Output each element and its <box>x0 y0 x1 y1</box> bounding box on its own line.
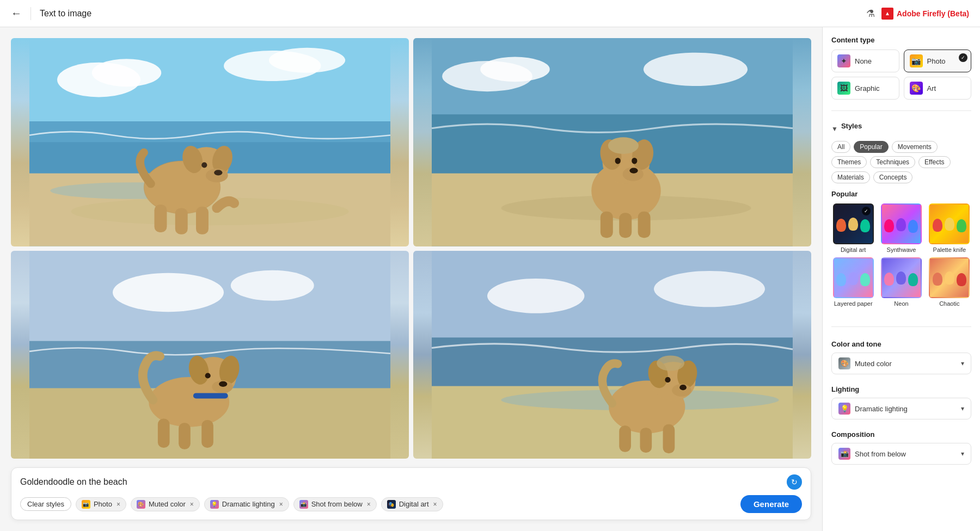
composition-icon: 📸 <box>838 448 850 460</box>
composition-section: Composition 📸 Shot from below ▾ <box>831 430 971 465</box>
balloon-group-3 <box>930 205 969 243</box>
none-label: None <box>855 57 872 65</box>
styles-header: ▼ Styles <box>831 122 971 135</box>
photo-tag-icon: 📷 <box>82 500 90 509</box>
tag-dramatic-lighting-close[interactable]: × <box>279 501 283 508</box>
art-label: Art <box>927 84 936 92</box>
header-divider <box>30 7 31 20</box>
adobe-logo: ▲ Adobe Firefly (Beta) <box>881 8 969 20</box>
styles-filter-row: All Popular Movements Themes Techniques … <box>831 141 971 183</box>
tag-muted-color-label: Muted color <box>149 500 186 508</box>
filter-techniques[interactable]: Techniques <box>870 156 915 168</box>
svg-point-72 <box>657 355 684 371</box>
style-digital-art[interactable]: ✓ Digital art <box>831 203 875 253</box>
svg-point-2 <box>92 59 162 87</box>
right-panel: Content type ✦ None 📷 Photo ✓ 🖼 Graphic … <box>822 27 980 531</box>
image-cell-3[interactable] <box>11 251 409 459</box>
adobe-icon: ▲ <box>881 8 893 20</box>
palette-knife-name: Palette knife <box>933 246 966 253</box>
clear-styles-button[interactable]: Clear styles <box>20 497 71 511</box>
lighting-icon: 💡 <box>838 403 850 415</box>
svg-rect-37 <box>619 213 632 238</box>
filter-movements[interactable]: Movements <box>892 141 938 153</box>
tag-digital-art: 🎭 Digital art × <box>381 497 443 511</box>
balloon-group-2 <box>882 205 921 243</box>
art-icon: 🎨 <box>910 82 923 95</box>
svg-point-33 <box>629 168 638 173</box>
svg-rect-70 <box>640 428 652 453</box>
graphic-icon: 🖼 <box>837 82 850 95</box>
composition-left: 📸 Shot from below <box>838 448 906 460</box>
svg-point-17 <box>201 162 207 168</box>
refresh-button[interactable]: ↻ <box>787 474 802 490</box>
flask-icon[interactable]: ⚗ <box>866 8 875 20</box>
header-right: ⚗ ▲ Adobe Firefly (Beta) <box>866 8 969 20</box>
prompt-bar: ↻ Clear styles 📷 Photo × 🎨 Muted color ×… <box>11 467 811 520</box>
content-type-none[interactable]: ✦ None <box>831 50 899 72</box>
lighting-section: Lighting 💡 Dramatic lighting ▾ <box>831 385 971 419</box>
style-grid: ✓ Digital art Synthwave <box>831 203 971 307</box>
filter-themes[interactable]: Themes <box>831 156 867 168</box>
synthwave-thumb <box>881 203 922 244</box>
filter-all[interactable]: All <box>831 141 850 153</box>
content-type-art[interactable]: 🎨 Art <box>904 77 972 100</box>
header-left: ← Text to image <box>11 7 91 20</box>
svg-point-23 <box>480 57 550 82</box>
composition-chevron: ▾ <box>961 450 964 458</box>
svg-point-39 <box>608 137 639 154</box>
photo-label: Photo <box>927 57 946 65</box>
digital-art-thumb: ✓ <box>833 203 874 244</box>
image-cell-4[interactable] <box>413 251 811 459</box>
content-type-photo[interactable]: 📷 Photo ✓ <box>904 50 972 72</box>
style-chaotic[interactable]: Chaotic <box>928 257 971 307</box>
svg-rect-36 <box>601 212 613 238</box>
filter-effects[interactable]: Effects <box>918 156 950 168</box>
svg-rect-52 <box>158 418 170 448</box>
style-layered-paper[interactable]: Layered paper <box>831 257 875 307</box>
filter-materials[interactable]: Materials <box>831 171 870 183</box>
svg-rect-69 <box>619 425 631 452</box>
filter-popular[interactable]: Popular <box>854 141 888 153</box>
svg-point-67 <box>679 385 687 390</box>
filter-concepts[interactable]: Concepts <box>873 171 913 183</box>
tags-row: Clear styles 📷 Photo × 🎨 Muted color × 💡… <box>20 495 802 513</box>
content-type-section: Content type ✦ None 📷 Photo ✓ 🖼 Graphic … <box>831 36 971 100</box>
styles-section: ▼ Styles All Popular Movements Themes Te… <box>831 122 971 316</box>
image-cell-2[interactable] <box>413 38 811 246</box>
tag-shot-from-below-close[interactable]: × <box>367 501 371 508</box>
content-type-graphic[interactable]: 🖼 Graphic <box>831 77 899 100</box>
color-tone-dropdown[interactable]: 🎨 Muted color ▾ <box>831 353 971 374</box>
tag-muted-color-close[interactable]: × <box>190 501 194 508</box>
image-grid <box>11 38 811 459</box>
tag-dramatic-lighting: 💡 Dramatic lighting × <box>204 497 289 511</box>
lighting-chevron: ▾ <box>961 405 964 412</box>
tag-dramatic-lighting-label: Dramatic lighting <box>222 500 275 508</box>
tag-photo-close[interactable]: × <box>117 501 120 508</box>
photo-icon: 📷 <box>910 54 923 67</box>
back-button[interactable]: ← <box>11 7 22 20</box>
svg-point-34 <box>615 158 621 164</box>
svg-rect-55 <box>193 393 228 398</box>
svg-rect-38 <box>638 212 651 238</box>
digital-art-check: ✓ <box>862 207 871 215</box>
balloon-group-4 <box>834 258 873 297</box>
color-tone-chevron: ▾ <box>961 360 964 367</box>
main: ↻ Clear styles 📷 Photo × 🎨 Muted color ×… <box>0 27 980 531</box>
composition-dropdown[interactable]: 📸 Shot from below ▾ <box>831 443 971 465</box>
header: ← Text to image ⚗ ▲ Adobe Firefly (Beta) <box>0 0 980 27</box>
digital-art-tag-icon: 🎭 <box>387 500 396 509</box>
palette-knife-thumb <box>929 203 970 244</box>
generate-button[interactable]: Generate <box>740 495 802 513</box>
svg-rect-53 <box>179 423 191 449</box>
style-synthwave[interactable]: Synthwave <box>879 203 923 253</box>
tag-digital-art-close[interactable]: × <box>433 501 437 508</box>
image-cell-1[interactable] <box>11 38 409 246</box>
svg-point-58 <box>654 270 765 306</box>
color-tone-section: Color and tone 🎨 Muted color ▾ <box>831 340 971 374</box>
style-neon[interactable]: Neon <box>879 257 923 307</box>
prompt-input[interactable] <box>20 477 787 487</box>
content-type-grid: ✦ None 📷 Photo ✓ 🖼 Graphic 🎨 Art <box>831 50 971 100</box>
collapse-icon[interactable]: ▼ <box>831 125 838 133</box>
lighting-dropdown[interactable]: 💡 Dramatic lighting ▾ <box>831 398 971 419</box>
style-palette-knife[interactable]: Palette knife <box>928 203 971 253</box>
